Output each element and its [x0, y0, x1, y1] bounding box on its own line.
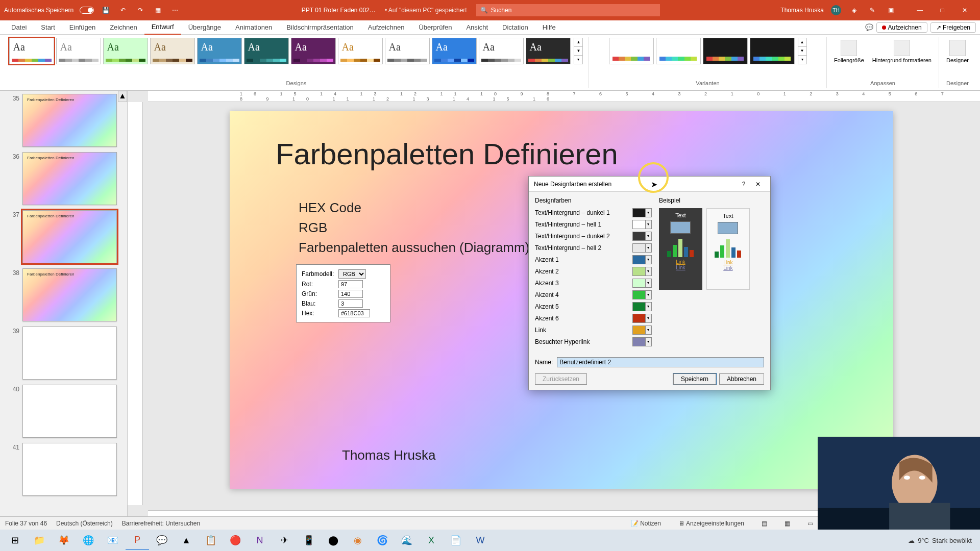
tab-datei[interactable]: Datei [4, 20, 34, 35]
theme-item-11[interactable]: Aa [526, 38, 571, 64]
weather-widget[interactable]: ☁ 9°C Stark bewölkt [903, 537, 977, 544]
theme-item-0[interactable]: Aa [9, 38, 54, 64]
model-select[interactable]: RGB [338, 269, 366, 279]
powerpoint-icon[interactable]: P [126, 531, 149, 550]
view-normal-icon[interactable]: ▤ [757, 520, 771, 527]
slide-size-button[interactable]: Foliengröße [830, 38, 868, 65]
color-swatch-4[interactable]: ▾ [632, 255, 652, 264]
color-swatch-8[interactable]: ▾ [632, 302, 652, 311]
minimize-button[interactable]: — [909, 3, 931, 18]
tab-entwurf[interactable]: Entwurf [144, 20, 181, 35]
file-name[interactable]: PPT 01 Roter Faden 002… [302, 7, 376, 14]
firefox-icon[interactable]: 🦊 [52, 531, 76, 550]
theme-gallery-more[interactable]: ▲▼▾ [574, 38, 583, 64]
save-button[interactable]: Speichern [673, 373, 716, 385]
variant-item-3[interactable] [750, 38, 795, 64]
app-icon-1[interactable]: 💬 [150, 531, 174, 550]
word-icon[interactable]: W [469, 531, 492, 550]
redo-icon[interactable]: ↷ [135, 5, 146, 16]
more-icon[interactable]: ⋯ [169, 5, 181, 16]
record-button[interactable]: Aufzeichnen [876, 22, 927, 33]
tab-übergänge[interactable]: Übergänge [181, 20, 228, 35]
theme-item-6[interactable]: Aa [291, 38, 336, 64]
dialog-help-button[interactable]: ? [737, 181, 751, 188]
format-background-button[interactable]: Hintergrund formatieren [868, 38, 936, 65]
theme-item-1[interactable]: Aa [56, 38, 101, 64]
save-icon[interactable]: 💾 [100, 5, 111, 16]
excel-icon[interactable]: X [420, 531, 443, 550]
app-icon-7[interactable]: 📄 [444, 531, 468, 550]
r-input[interactable] [338, 280, 363, 288]
theme-item-7[interactable]: Aa [338, 38, 383, 64]
theme-item-9[interactable]: Aa [432, 38, 477, 64]
slide-title[interactable]: Farbenpaletten Definieren [276, 137, 618, 171]
color-swatch-1[interactable]: ▾ [632, 220, 652, 229]
thumbnail-panel[interactable]: ▲ 35Farbenpaletten Definieren36Farbenpal… [0, 91, 128, 536]
name-input[interactable] [557, 357, 764, 367]
slide-body[interactable]: HEX CodeRGBFarbenpaletten aussuchen (Dia… [299, 198, 529, 258]
theme-item-5[interactable]: Aa [244, 38, 289, 64]
display-settings[interactable]: 🖥 Anzeigeeinstellungen [674, 520, 748, 527]
thumbnail-40[interactable] [22, 385, 117, 438]
explorer-icon[interactable]: 📁 [28, 531, 51, 550]
thumbnail-38[interactable]: Farbenpaletten Definieren [22, 268, 117, 321]
maximize-button[interactable]: □ [931, 3, 953, 18]
g-input[interactable] [338, 290, 363, 298]
variant-gallery-more[interactable]: ▲▼▾ [798, 38, 807, 64]
color-swatch-5[interactable]: ▾ [632, 267, 652, 276]
variant-item-1[interactable] [656, 38, 701, 64]
app-icon-2[interactable]: 📋 [199, 531, 223, 550]
language-status[interactable]: Deutsch (Österreich) [56, 520, 113, 527]
color-swatch-9[interactable]: ▾ [632, 314, 652, 323]
tab-aufzeichnen[interactable]: Aufzeichnen [361, 20, 412, 35]
window-icon[interactable]: ▣ [885, 5, 896, 16]
tab-zeichnen[interactable]: Zeichnen [103, 20, 144, 35]
designer-button[interactable]: Designer [942, 38, 973, 65]
color-swatch-2[interactable]: ▾ [632, 232, 652, 241]
cancel-button[interactable]: Abbrechen [719, 373, 764, 385]
slide-counter[interactable]: Folie 37 von 46 [5, 520, 47, 527]
comments-icon[interactable]: 💬 [865, 23, 873, 31]
theme-item-8[interactable]: Aa [385, 38, 430, 64]
variant-item-0[interactable] [609, 38, 654, 64]
color-swatch-11[interactable]: ▾ [632, 337, 652, 346]
color-swatch-10[interactable]: ▾ [632, 325, 652, 335]
notes-toggle[interactable]: 📝 Notizen [627, 520, 665, 527]
diamond-icon[interactable]: ◈ [848, 5, 860, 16]
chrome-icon[interactable]: 🌐 [77, 531, 100, 550]
user-name[interactable]: Thomas Hruska [780, 7, 824, 14]
thumbnail-35[interactable]: Farbenpaletten Definieren [22, 94, 117, 147]
tab-bildschirmpräsentation[interactable]: Bildschirmpräsentation [279, 20, 361, 35]
color-swatch-7[interactable]: ▾ [632, 290, 652, 299]
pen-icon[interactable]: ✎ [867, 5, 878, 16]
theme-item-3[interactable]: Aa [150, 38, 195, 64]
tab-dictation[interactable]: Dictation [495, 20, 535, 35]
theme-item-10[interactable]: Aa [479, 38, 524, 64]
onenote-icon[interactable]: N [248, 531, 272, 550]
edge-icon[interactable]: 🌊 [395, 531, 419, 550]
tab-überprüfen[interactable]: Überprüfen [411, 20, 459, 35]
vlc-icon[interactable]: ▲ [175, 531, 198, 550]
start-button[interactable]: ⊞ [3, 531, 27, 550]
view-reading-icon[interactable]: ▭ [803, 520, 817, 527]
tab-einfügen[interactable]: Einfügen [62, 20, 103, 35]
user-avatar[interactable]: TH [831, 5, 841, 15]
present-icon[interactable]: ▦ [152, 5, 163, 16]
thumbnail-37[interactable]: Farbenpaletten Definieren [22, 210, 117, 263]
tab-start[interactable]: Start [34, 20, 62, 35]
color-swatch-6[interactable]: ▾ [632, 279, 652, 288]
view-sorter-icon[interactable]: ▦ [780, 520, 794, 527]
thumbnail-41[interactable] [22, 443, 117, 496]
variant-item-2[interactable] [703, 38, 748, 64]
tab-hilfe[interactable]: Hilfe [535, 20, 563, 35]
thumb-scroll-up[interactable]: ▲ [118, 91, 127, 102]
share-button[interactable]: ↗ Freigeben [930, 22, 976, 33]
search-input[interactable]: 🔍 Suchen [476, 4, 660, 16]
autosave-toggle[interactable] [80, 7, 94, 14]
app-icon-4[interactable]: 📱 [297, 531, 321, 550]
obs-icon[interactable]: ⬤ [322, 531, 345, 550]
slide-author[interactable]: Thomas Hruska [342, 447, 436, 463]
theme-item-2[interactable]: Aa [103, 38, 148, 64]
hex-input[interactable] [338, 309, 370, 317]
theme-item-4[interactable]: Aa [197, 38, 242, 64]
